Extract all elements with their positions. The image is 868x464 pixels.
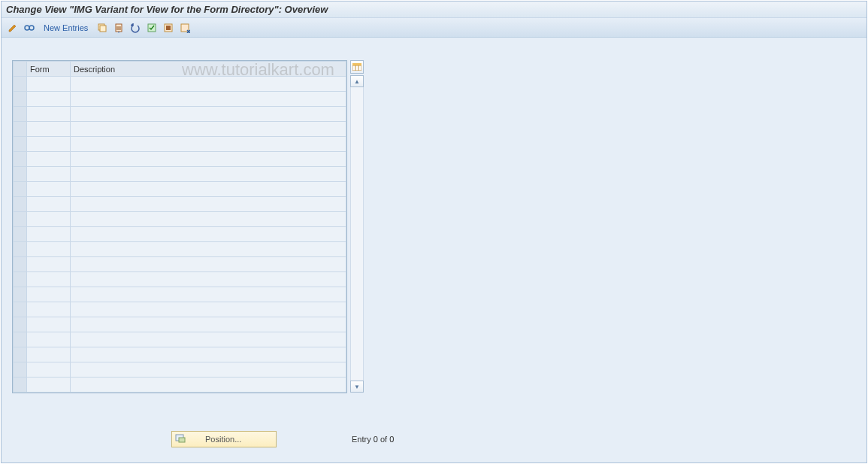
- cell-form[interactable]: [27, 122, 71, 137]
- cell-description[interactable]: [71, 122, 346, 137]
- table-row[interactable]: [14, 242, 346, 257]
- cell-description[interactable]: [71, 182, 346, 197]
- cell-form[interactable]: [27, 272, 71, 287]
- cell-description[interactable]: [71, 227, 346, 242]
- row-selector[interactable]: [14, 317, 27, 332]
- cell-description[interactable]: [71, 272, 346, 287]
- selector-header[interactable]: [14, 62, 27, 77]
- cell-form[interactable]: [27, 197, 71, 212]
- cell-description[interactable]: [71, 167, 346, 182]
- table-row[interactable]: [14, 167, 346, 182]
- cell-description[interactable]: [71, 347, 346, 362]
- table-row[interactable]: [14, 362, 346, 378]
- table-row[interactable]: [14, 92, 346, 107]
- cell-form[interactable]: [27, 362, 71, 378]
- column-form[interactable]: Form: [27, 62, 71, 77]
- table-row[interactable]: [14, 182, 346, 197]
- cell-form[interactable]: [27, 77, 71, 92]
- toggle-edit-icon[interactable]: [6, 21, 20, 35]
- cell-form[interactable]: [27, 212, 71, 227]
- scroll-up-icon[interactable]: ▲: [350, 75, 364, 87]
- cell-description[interactable]: [71, 152, 346, 167]
- cell-form[interactable]: [27, 378, 71, 393]
- cell-form[interactable]: [27, 317, 71, 332]
- cell-form[interactable]: [27, 242, 71, 257]
- scroll-down-icon[interactable]: ▼: [350, 381, 364, 393]
- row-selector[interactable]: [14, 287, 27, 302]
- table-row[interactable]: [14, 302, 346, 317]
- cell-form[interactable]: [27, 107, 71, 122]
- cell-form[interactable]: [27, 167, 71, 182]
- cell-form[interactable]: [27, 182, 71, 197]
- cell-form[interactable]: [27, 257, 71, 272]
- cell-form[interactable]: [27, 347, 71, 362]
- table-row[interactable]: [14, 347, 346, 362]
- cell-description[interactable]: [71, 362, 346, 378]
- table-row[interactable]: [14, 378, 346, 393]
- cell-description[interactable]: [71, 257, 346, 272]
- position-button[interactable]: Position...: [171, 431, 277, 447]
- cell-form[interactable]: [27, 302, 71, 317]
- table-row[interactable]: [14, 77, 346, 92]
- row-selector[interactable]: [14, 257, 27, 272]
- row-selector[interactable]: [14, 242, 27, 257]
- table-row[interactable]: [14, 332, 346, 347]
- row-selector[interactable]: [14, 362, 27, 378]
- copy-icon[interactable]: [95, 21, 109, 35]
- row-selector[interactable]: [14, 347, 27, 362]
- row-selector[interactable]: [14, 272, 27, 287]
- cell-description[interactable]: [71, 137, 346, 152]
- new-entries-button[interactable]: New Entries: [44, 23, 88, 32]
- row-selector[interactable]: [14, 137, 27, 152]
- table-row[interactable]: [14, 197, 346, 212]
- undo-icon[interactable]: [129, 21, 142, 35]
- table-row[interactable]: [14, 227, 346, 242]
- row-selector[interactable]: [14, 167, 27, 182]
- row-selector[interactable]: [14, 212, 27, 227]
- row-selector[interactable]: [14, 122, 27, 137]
- cell-description[interactable]: [71, 378, 346, 393]
- deselect-all-icon[interactable]: [178, 21, 192, 35]
- row-selector[interactable]: [14, 182, 27, 197]
- cell-description[interactable]: [71, 317, 346, 332]
- cell-description[interactable]: [71, 302, 346, 317]
- cell-description[interactable]: [71, 332, 346, 347]
- row-selector[interactable]: [14, 92, 27, 107]
- table-row[interactable]: [14, 272, 346, 287]
- select-all-icon[interactable]: [145, 21, 159, 35]
- cell-description[interactable]: [71, 77, 346, 92]
- row-selector[interactable]: [14, 302, 27, 317]
- table-row[interactable]: [14, 257, 346, 272]
- cell-form[interactable]: [27, 227, 71, 242]
- row-selector[interactable]: [14, 77, 27, 92]
- row-selector[interactable]: [14, 152, 27, 167]
- table-row[interactable]: [14, 152, 346, 167]
- cell-form[interactable]: [27, 137, 71, 152]
- cell-form[interactable]: [27, 152, 71, 167]
- cell-description[interactable]: [71, 107, 346, 122]
- row-selector[interactable]: [14, 107, 27, 122]
- table-row[interactable]: [14, 212, 346, 227]
- row-selector[interactable]: [14, 332, 27, 347]
- table-settings-icon[interactable]: [350, 60, 364, 74]
- row-selector[interactable]: [14, 378, 27, 393]
- row-selector[interactable]: [14, 197, 27, 212]
- cell-form[interactable]: [27, 332, 71, 347]
- row-selector[interactable]: [14, 227, 27, 242]
- cell-description[interactable]: [71, 212, 346, 227]
- table-row[interactable]: [14, 137, 346, 152]
- scroll-track[interactable]: [350, 87, 364, 381]
- select-block-icon[interactable]: [162, 21, 175, 35]
- column-description[interactable]: Description: [71, 62, 346, 77]
- cell-description[interactable]: [71, 242, 346, 257]
- cell-form[interactable]: [27, 287, 71, 302]
- table-row[interactable]: [14, 107, 346, 122]
- details-icon[interactable]: [23, 21, 36, 35]
- delete-icon[interactable]: [112, 21, 126, 35]
- cell-description[interactable]: [71, 287, 346, 302]
- cell-description[interactable]: [71, 92, 346, 107]
- table-row[interactable]: [14, 317, 346, 332]
- table-row[interactable]: [14, 287, 346, 302]
- cell-description[interactable]: [71, 197, 346, 212]
- table-row[interactable]: [14, 122, 346, 137]
